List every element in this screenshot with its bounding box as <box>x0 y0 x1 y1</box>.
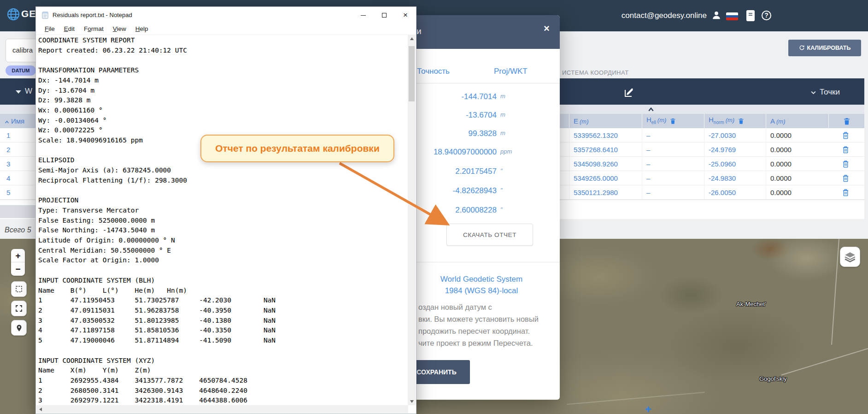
datum-select[interactable]: W <box>16 87 32 96</box>
menu-file[interactable]: File <box>40 24 59 35</box>
marker-button[interactable] <box>11 320 27 336</box>
table-row: 5357268.6410–-24.97690.0000 <box>560 142 864 157</box>
delete-row-button[interactable] <box>842 174 850 184</box>
notepad-window[interactable]: Residuals report.txt - Notepad × FileEdi… <box>35 6 416 414</box>
param-unit: ″ <box>500 167 503 174</box>
menu-view[interactable]: View <box>108 24 131 35</box>
tab-accuracy[interactable]: Точность <box>417 67 450 76</box>
delete-row-button[interactable] <box>842 188 850 199</box>
cell-a[interactable]: 0.0000 <box>766 128 828 142</box>
datum-link[interactable]: World Geodetic System 1984 (WGS 84)-loca… <box>405 273 557 296</box>
menu-help[interactable]: Help <box>131 24 153 35</box>
param-value: 2.20175457 <box>455 167 497 176</box>
cell-e[interactable]: 5350121.2980 <box>569 185 642 200</box>
maximize-button[interactable] <box>374 7 395 24</box>
chevron-down-icon <box>810 89 817 96</box>
scroll-down-icon[interactable] <box>410 400 414 403</box>
message-line: оздан новый датум с <box>418 301 557 313</box>
cell-hell[interactable]: – <box>642 142 704 157</box>
vertical-scrollbar[interactable] <box>408 35 416 405</box>
delete-row-button[interactable] <box>842 131 850 142</box>
notepad-title: Residuals report.txt - Notepad <box>53 12 132 18</box>
tab-projwkt[interactable]: Proj/WKT <box>494 67 528 76</box>
cell-a[interactable]: 0.0000 <box>766 185 828 200</box>
map-layers-button[interactable] <box>840 247 860 267</box>
table-row: 5350121.2980–-26.00500.0000 <box>560 185 864 200</box>
journal-icon[interactable] <box>745 10 756 22</box>
cell-a[interactable]: 0.0000 <box>766 142 828 157</box>
close-button[interactable]: × <box>395 7 416 24</box>
cell-hell[interactable]: – <box>642 185 704 200</box>
map-place-label: Ak-Mechet' <box>736 301 766 308</box>
total-count-label: Всего 5 <box>5 226 31 234</box>
cell-hell[interactable]: – <box>642 171 704 185</box>
scroll-up-icon[interactable] <box>410 37 414 40</box>
datum-badge: DATUM <box>6 65 36 76</box>
column-header-hnorm[interactable]: Hnorm(m) <box>704 114 766 128</box>
cell-e[interactable]: 5339562.1320 <box>569 128 642 142</box>
table-column-headers-right: E(m) Hell(m) Hnorm(m) A(m) <box>560 114 864 128</box>
cell-hnorm[interactable]: -24.9830 <box>704 171 766 185</box>
cell-hell[interactable]: – <box>642 157 704 171</box>
trash-icon <box>842 188 850 197</box>
scrollbar-thumb[interactable] <box>409 46 415 101</box>
zoom-in-button[interactable]: + <box>11 249 25 262</box>
calibrate-button[interactable]: КАЛИБРОВАТЬ <box>788 40 861 56</box>
fullscreen-button[interactable] <box>11 301 27 316</box>
layers-icon <box>844 251 856 263</box>
trash-icon <box>842 131 850 140</box>
horizontal-scrollbar[interactable] <box>36 405 408 413</box>
language-flag-ru[interactable] <box>726 12 738 20</box>
dashed-rectangle-icon <box>15 285 23 293</box>
table-row: 5339562.1320–-27.00300.0000 <box>560 128 864 142</box>
zoom-out-button[interactable]: − <box>11 262 25 276</box>
message-line: вки. Вы можете установить новый <box>418 313 557 325</box>
param-value: 99.3828 <box>469 129 497 138</box>
help-icon[interactable]: ? <box>762 11 771 20</box>
cell-e[interactable]: 5345098.9260 <box>569 157 642 171</box>
add-row-button[interactable]: + <box>645 403 651 414</box>
delete-column-icon[interactable] <box>738 118 745 124</box>
cell-hell[interactable]: – <box>642 128 704 142</box>
notepad-icon <box>41 12 49 19</box>
delete-row-button[interactable] <box>842 145 850 156</box>
annotation-callout: Отчет по результатам калибровки <box>200 135 394 162</box>
cell-a[interactable]: 0.0000 <box>766 157 828 171</box>
cell-hnorm[interactable]: -26.0050 <box>704 185 766 200</box>
message-line: чите проект в режим Пересчета. <box>418 337 557 349</box>
download-report-button[interactable]: СКАЧАТЬ ОТЧЕТ <box>446 224 533 246</box>
map-place-label: Gogol'skiy <box>759 375 787 382</box>
edit-pencil-icon[interactable] <box>623 87 634 98</box>
datum-link-line1: World Geodetic System <box>405 273 557 285</box>
scroll-left-icon[interactable] <box>39 408 42 411</box>
column-header-delete[interactable] <box>828 114 864 128</box>
delete-column-icon[interactable] <box>669 118 676 124</box>
cell-a[interactable]: 0.0000 <box>766 171 828 185</box>
sync-icon <box>799 45 805 51</box>
notepad-titlebar[interactable]: Residuals report.txt - Notepad × <box>36 7 416 24</box>
cell-e[interactable]: 5357268.6410 <box>569 142 642 157</box>
map-zoom-control: + − <box>11 249 25 276</box>
minimize-button[interactable] <box>352 7 374 24</box>
points-toggle[interactable]: Точки <box>810 88 840 97</box>
close-icon[interactable]: × <box>544 23 550 35</box>
contact-email[interactable]: contact@geodesy.online <box>622 11 707 20</box>
column-header-hell[interactable]: Hell(m) <box>642 114 704 128</box>
screen: + − Ak-Mechet'Gogol'skiy GEO contact@geo… <box>0 0 868 414</box>
cell-hnorm[interactable]: -25.0960 <box>704 157 766 171</box>
column-header-a[interactable]: A(m) <box>766 114 828 128</box>
trash-icon <box>843 117 851 125</box>
draw-rectangle-button[interactable] <box>11 281 27 297</box>
cell-hnorm[interactable]: -24.9769 <box>704 142 766 157</box>
cell-e[interactable]: 5349265.0000 <box>569 171 642 185</box>
notepad-text[interactable]: COORDINATE SYSTEM REPORT Report created:… <box>38 35 407 405</box>
user-icon[interactable] <box>711 10 721 20</box>
column-header-e[interactable]: E(m) <box>569 114 642 128</box>
sort-up-icon <box>5 120 9 124</box>
column-header-name[interactable]: Имя <box>0 114 35 128</box>
menu-edit[interactable]: Edit <box>59 24 79 35</box>
trash-icon <box>842 145 850 154</box>
menu-format[interactable]: Format <box>79 24 108 35</box>
cell-hnorm[interactable]: -27.0030 <box>704 128 766 142</box>
delete-row-button[interactable] <box>842 160 850 170</box>
